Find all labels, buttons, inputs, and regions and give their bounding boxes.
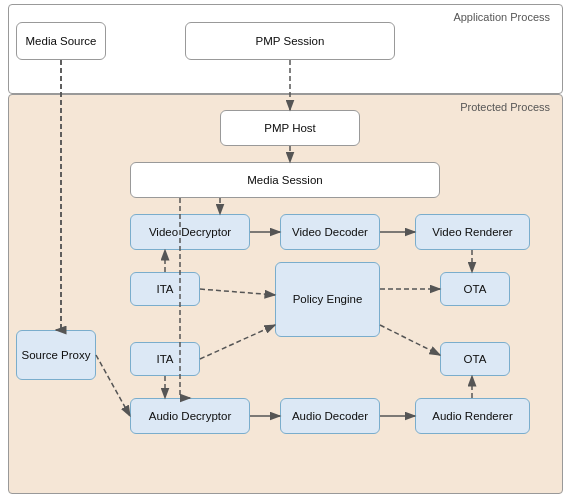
video-renderer-label: Video Renderer	[432, 225, 512, 240]
audio-decoder-box: Audio Decoder	[280, 398, 380, 434]
video-decryptor-label: Video Decryptor	[149, 225, 231, 240]
pmp-host-label: PMP Host	[264, 121, 316, 136]
ita-top-box: ITA	[130, 272, 200, 306]
audio-decryptor-label: Audio Decryptor	[149, 409, 231, 424]
pmp-session-box: PMP Session	[185, 22, 395, 60]
app-process-label: Application Process	[453, 11, 550, 23]
ota-bottom-box: OTA	[440, 342, 510, 376]
ita-bottom-label: ITA	[156, 352, 173, 367]
video-decoder-label: Video Decoder	[292, 225, 368, 240]
ota-top-label: OTA	[464, 282, 487, 297]
media-source-box: Media Source	[16, 22, 106, 60]
media-session-box: Media Session	[130, 162, 440, 198]
diagram-container: Application Process Protected Process Me…	[0, 0, 571, 502]
audio-renderer-label: Audio Renderer	[432, 409, 513, 424]
policy-engine-label: Policy Engine	[293, 292, 363, 307]
video-decryptor-box: Video Decryptor	[130, 214, 250, 250]
media-source-label: Media Source	[26, 34, 97, 49]
pmp-host-box: PMP Host	[220, 110, 360, 146]
audio-decryptor-box: Audio Decryptor	[130, 398, 250, 434]
protected-process-label: Protected Process	[460, 101, 550, 113]
ota-top-box: OTA	[440, 272, 510, 306]
ita-top-label: ITA	[156, 282, 173, 297]
source-proxy-box: Source Proxy	[16, 330, 96, 380]
video-renderer-box: Video Renderer	[415, 214, 530, 250]
video-decoder-box: Video Decoder	[280, 214, 380, 250]
policy-engine-box: Policy Engine	[275, 262, 380, 337]
ita-bottom-box: ITA	[130, 342, 200, 376]
media-session-label: Media Session	[247, 173, 322, 188]
audio-decoder-label: Audio Decoder	[292, 409, 368, 424]
audio-renderer-box: Audio Renderer	[415, 398, 530, 434]
pmp-session-label: PMP Session	[256, 34, 325, 49]
ota-bottom-label: OTA	[464, 352, 487, 367]
source-proxy-label: Source Proxy	[21, 348, 90, 363]
